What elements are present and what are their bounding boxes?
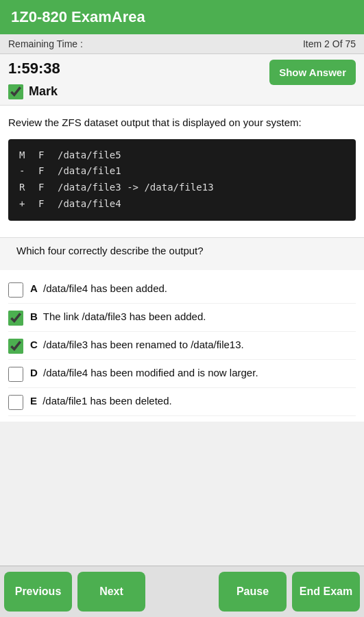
zfs-row-1: M F /data/file5	[19, 147, 345, 164]
zfs-row-4: + F /data/file4	[19, 196, 345, 213]
option-letter-a: A	[30, 282, 38, 294]
timer-section: 1:59:38 Mark	[8, 60, 60, 99]
option-text-a: /data/file4 has been added.	[43, 282, 167, 294]
mark-row: Mark	[8, 83, 60, 99]
question-area: Review the ZFS dataset output that is di…	[0, 106, 364, 238]
zfs-col2-1: F	[38, 147, 52, 164]
mark-label: Mark	[29, 84, 58, 99]
meta-row: Remaining Time : Item 2 Of 75	[0, 34, 364, 54]
timer-row: 1:59:38 Mark Show Answer	[0, 54, 364, 106]
remaining-label: Remaining Time :	[8, 38, 83, 49]
zfs-col3-2: /data/file1	[58, 163, 121, 180]
zfs-col3-1: /data/file5	[58, 147, 121, 164]
option-label-d: D /data/file4 has been modified and is n…	[30, 365, 258, 381]
zfs-col2-3: F	[38, 180, 52, 196]
zfs-output-display: M F /data/file5 - F /data/file1 R F /dat…	[8, 139, 356, 221]
zfs-col1-3: R	[19, 180, 33, 196]
app-header: 1Z0-820 ExamArea	[0, 0, 364, 34]
option-letter-c: C	[30, 339, 38, 350]
zfs-col2-4: F	[38, 196, 52, 213]
end-exam-button[interactable]: End Exam	[292, 572, 360, 612]
option-label-e: E /data/file1 has been deleted.	[30, 394, 172, 409]
zfs-col1-1: M	[19, 147, 33, 164]
option-item-a: A /data/file4 has been added.	[8, 276, 356, 304]
option-checkbox-b[interactable]	[8, 311, 23, 326]
sub-question-area: Which four correctly describe the output…	[0, 238, 364, 270]
app-title: 1Z0-820 ExamArea	[11, 8, 353, 26]
nav-spacer	[148, 566, 216, 617]
zfs-col2-2: F	[38, 163, 52, 180]
zfs-row-3: R F /data/file3 -> /data/file13	[19, 180, 345, 196]
option-checkbox-e[interactable]	[8, 395, 23, 410]
option-item-d: D /data/file4 has been modified and is n…	[8, 360, 356, 388]
zfs-row-2: - F /data/file1	[19, 163, 345, 180]
option-checkbox-c[interactable]	[8, 339, 23, 354]
next-button[interactable]: Next	[77, 572, 145, 612]
option-text-d: /data/file4 has been modified and is now…	[43, 367, 258, 378]
bottom-nav: Previous Next Pause End Exam	[0, 566, 364, 617]
previous-button[interactable]: Previous	[4, 572, 72, 612]
option-letter-b: B	[30, 311, 38, 322]
item-label: Item 2 Of 75	[303, 38, 356, 49]
option-item-b: B The link /data/file3 has been added.	[8, 304, 356, 332]
show-answer-button[interactable]: Show Answer	[269, 60, 356, 85]
option-item-c: C /data/file3 has been renamed to /data/…	[8, 332, 356, 360]
option-checkbox-a[interactable]	[8, 282, 23, 298]
option-letter-d: D	[30, 367, 38, 378]
option-text-e: /data/file1 has been deleted.	[43, 395, 171, 407]
zfs-col3-3: /data/file3 -> /data/file13	[58, 180, 214, 196]
option-text-c: /data/file3 has been renamed to /data/fi…	[43, 339, 244, 350]
option-label-c: C /data/file3 has been renamed to /data/…	[30, 337, 244, 353]
sub-question-text: Which four correctly describe the output…	[8, 245, 356, 256]
option-letter-e: E	[30, 395, 37, 407]
options-area: A /data/file4 has been added. B The link…	[0, 270, 364, 422]
option-item-e: E /data/file1 has been deleted.	[8, 388, 356, 416]
zfs-col1-4: +	[19, 196, 33, 213]
zfs-col1-2: -	[19, 163, 33, 180]
zfs-col3-4: /data/file4	[58, 196, 121, 213]
option-label-a: A /data/file4 has been added.	[30, 281, 167, 297]
option-label-b: B The link /data/file3 has been added.	[30, 309, 206, 325]
mark-checkbox[interactable]	[8, 84, 23, 99]
question-text: Review the ZFS dataset output that is di…	[8, 115, 356, 131]
pause-button[interactable]: Pause	[219, 572, 287, 612]
timer-display: 1:59:38	[8, 60, 60, 77]
option-checkbox-d[interactable]	[8, 367, 23, 382]
option-text-b: The link /data/file3 has been added.	[43, 311, 206, 322]
